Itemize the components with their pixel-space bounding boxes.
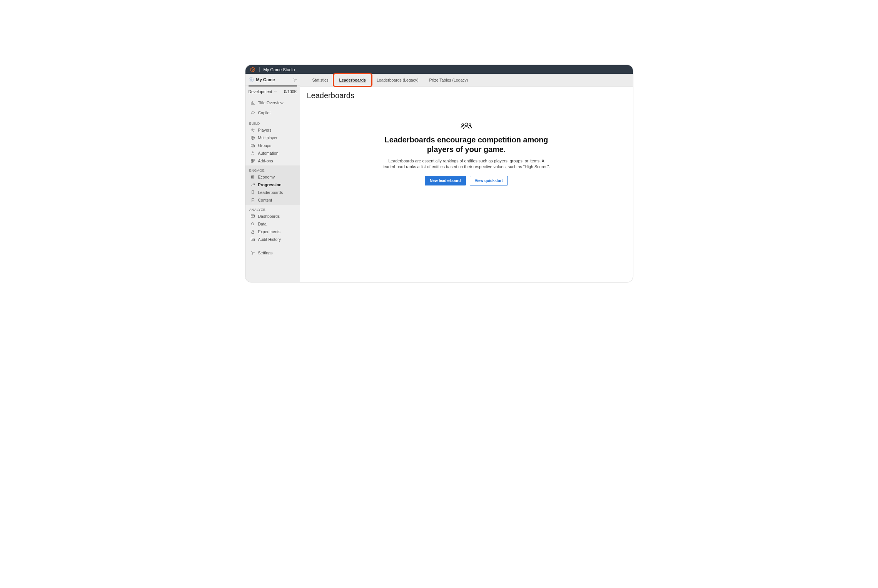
sidebar-item-label: Economy: [258, 175, 275, 179]
game-settings-icon[interactable]: [292, 77, 297, 82]
svg-point-21: [469, 124, 471, 125]
gear-icon: [250, 251, 255, 255]
game-name: My Game: [256, 77, 275, 82]
sidebar-section-settings: Settings: [245, 246, 300, 259]
svg-rect-12: [253, 159, 254, 161]
sidebar-section-engage: ENGAGE Economy Progression: [245, 165, 300, 205]
svg-marker-0: [250, 67, 255, 72]
environment-selector[interactable]: Development 0/100K: [245, 87, 300, 96]
svg-rect-15: [251, 215, 254, 217]
tab-statistics[interactable]: Statistics: [307, 74, 334, 86]
flask-icon: [250, 229, 255, 234]
sidebar-item-label: Copilot: [258, 110, 271, 115]
chevron-down-icon: [274, 90, 277, 94]
section-label-engage: ENGAGE: [245, 167, 300, 173]
sidebar-item-label: Multiplayer: [258, 135, 278, 140]
audit-icon: [250, 237, 255, 242]
sidebar-item-players[interactable]: Players: [245, 126, 300, 134]
sidebar-item-label: Experiments: [258, 229, 280, 234]
empty-actions: New leaderboard View quickstart: [425, 176, 508, 185]
svg-point-10: [252, 152, 253, 153]
groups-icon: [250, 143, 255, 148]
sidebar-item-leaderboards-sidebar[interactable]: Leaderboards: [245, 189, 300, 196]
sidebar-item-experiments[interactable]: Experiments: [245, 228, 300, 236]
page-title: Leaderboards: [307, 91, 626, 100]
sidebar-item-settings[interactable]: Settings: [245, 248, 300, 258]
sidebar-item-multiplayer[interactable]: Multiplayer: [245, 134, 300, 142]
tab-leaderboards-legacy[interactable]: Leaderboards (Legacy): [371, 74, 424, 86]
body: My Game Development 0/100K: [245, 74, 633, 282]
game-header-underline: [249, 85, 297, 87]
sidebar-item-label: Automation: [258, 151, 279, 155]
sidebar-item-data[interactable]: Data: [245, 220, 300, 228]
svg-point-1: [252, 69, 254, 70]
sidebar-item-label: Players: [258, 128, 272, 132]
sidebar-item-groups[interactable]: Groups: [245, 142, 300, 149]
game-logo-icon: [249, 77, 254, 82]
sidebar-section-build: BUILD Players Multiplayer: [245, 119, 300, 165]
sidebar-item-label: Title Overview: [258, 100, 284, 105]
sidebar-item-label: Progression: [258, 182, 282, 187]
svg-point-19: [465, 123, 468, 126]
addons-icon: [250, 159, 255, 163]
topbar-divider: [259, 67, 260, 72]
main: Statistics Leaderboards Leaderboards (Le…: [300, 74, 633, 282]
globe-icon: [250, 135, 255, 140]
sidebar-item-addons[interactable]: Add-ons: [245, 157, 300, 165]
automation-icon: [250, 151, 255, 155]
svg-point-14: [251, 175, 254, 177]
svg-point-4: [294, 79, 295, 80]
studio-name[interactable]: My Game Studio: [264, 67, 295, 72]
sidebar-item-label: Settings: [258, 251, 273, 255]
svg-rect-13: [251, 161, 253, 163]
sidebar-item-label: Content: [258, 198, 272, 202]
svg-point-18: [252, 252, 253, 254]
usage-count: 0/100K: [284, 89, 297, 94]
sidebar-section-overview: Title Overview Copilot: [245, 96, 300, 119]
sidebar-item-automation[interactable]: Automation: [245, 149, 300, 157]
sidebar-item-title-overview[interactable]: Title Overview: [245, 98, 300, 108]
empty-description: Leaderboards are essentially rankings of…: [378, 158, 555, 170]
progression-icon: [250, 182, 255, 187]
sidebar-item-label: Leaderboards: [258, 190, 283, 195]
overview-icon: [250, 100, 255, 105]
sidebar-item-audit[interactable]: Audit History: [245, 236, 300, 243]
topbar: My Game Studio: [245, 65, 633, 74]
players-icon: [250, 128, 255, 132]
sidebar-item-label: Groups: [258, 143, 271, 148]
empty-headline: Leaderboards encourage competition among…: [374, 135, 559, 154]
app-window: My Game Studio My Game: [245, 65, 633, 282]
svg-point-5: [252, 129, 253, 130]
tab-prize-tables-legacy[interactable]: Prize Tables (Legacy): [424, 74, 474, 86]
sidebar-item-label: Dashboards: [258, 214, 280, 219]
tabstrip: Statistics Leaderboards Leaderboards (Le…: [300, 74, 633, 87]
economy-icon: [250, 175, 255, 179]
sidebar-item-label: Add-ons: [258, 159, 273, 163]
tab-leaderboards[interactable]: Leaderboards: [334, 74, 371, 86]
sidebar-item-progression[interactable]: Progression: [245, 181, 300, 189]
copilot-icon: [250, 110, 255, 115]
sidebar-item-economy[interactable]: Economy: [245, 173, 300, 181]
section-label-build: BUILD: [245, 120, 300, 126]
svg-point-3: [250, 79, 252, 81]
sidebar-item-label: Data: [258, 222, 267, 226]
dashboards-icon: [250, 214, 255, 219]
sidebar-item-label: Audit History: [258, 237, 281, 242]
sidebar-section-analyze: ANALYZE Dashboards Data: [245, 205, 300, 244]
product-logo-icon: [250, 67, 255, 72]
sidebar: My Game Development 0/100K: [245, 74, 300, 282]
content-icon: [250, 198, 255, 202]
bookmark-icon: [250, 190, 255, 195]
sidebar-item-copilot[interactable]: Copilot: [245, 108, 300, 118]
svg-rect-17: [251, 238, 254, 241]
sidebar-item-content[interactable]: Content: [245, 196, 300, 204]
svg-point-20: [462, 124, 464, 125]
page-title-row: Leaderboards: [300, 87, 633, 104]
search-icon: [250, 222, 255, 226]
view-quickstart-button[interactable]: View quickstart: [470, 176, 508, 185]
game-selector[interactable]: My Game: [245, 74, 300, 85]
people-icon: [461, 122, 472, 130]
sidebar-item-dashboards[interactable]: Dashboards: [245, 212, 300, 220]
empty-state: Leaderboards encourage competition among…: [300, 104, 633, 282]
new-leaderboard-button[interactable]: New leaderboard: [425, 176, 466, 185]
